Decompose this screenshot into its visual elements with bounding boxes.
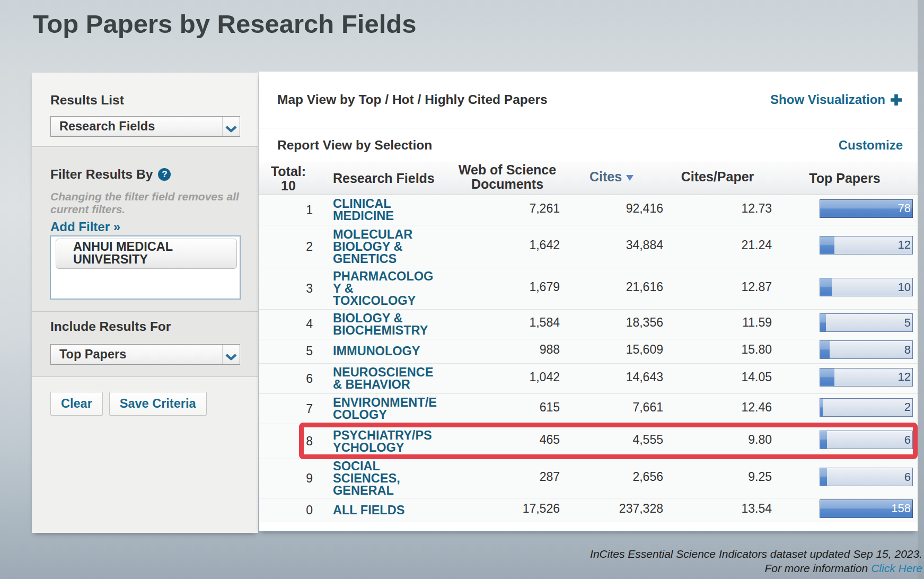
cites-cell: 34,884: [560, 238, 663, 252]
wos-documents-cell: 615: [455, 400, 560, 415]
top-papers-cell: 8: [772, 342, 918, 361]
top-papers-cell: 2: [772, 400, 918, 418]
top-papers-cell: 158: [772, 501, 918, 520]
cites-cell: 92,416: [560, 201, 663, 216]
clear-button[interactable]: Clear: [50, 392, 103, 416]
field-link[interactable]: ENVIRONMENT/E COLOGY: [333, 393, 437, 424]
click-here-link[interactable]: Click Here: [871, 562, 922, 574]
include-results-selected-value: Top Papers: [51, 347, 222, 362]
top-papers-value: 6: [904, 431, 911, 449]
main-panel: Map View by Top / Hot / Highly Cited Pap…: [259, 72, 918, 531]
top-papers-value: 78: [898, 200, 911, 217]
column-header-cites[interactable]: Cites: [560, 169, 663, 185]
field-link[interactable]: PHARMACOLOG Y & TOXICOLOGY: [333, 267, 433, 310]
table-header-row: Total:10 Research Fields Web of Science …: [259, 162, 918, 195]
rank-cell: 0: [259, 503, 313, 517]
top-papers-cell: 12: [772, 370, 918, 388]
top-papers-bar: 6: [820, 431, 913, 449]
cites-per-paper-cell: 21.24: [663, 238, 772, 252]
top-papers-bar-fill: [820, 314, 826, 331]
top-papers-bar-fill: [820, 468, 827, 486]
field-link[interactable]: PSYCHIATRY/PS YCHOLOGY: [333, 426, 432, 457]
scrollbar-track[interactable]: [918, 0, 924, 579]
footer-dataset-note: InCites Essential Science Indicators dat…: [590, 547, 922, 561]
cites-per-paper-cell: 12.46: [663, 400, 772, 415]
top-papers-bar: 10: [820, 278, 913, 296]
field-link[interactable]: BIOLOGY & BIOCHEMISTRY: [333, 309, 428, 340]
field-link[interactable]: IMMUNOLOGY: [333, 342, 420, 361]
wos-documents-cell: 465: [455, 433, 560, 447]
wos-documents-cell: 1,042: [455, 370, 560, 384]
cites-cell: 2,656: [560, 470, 663, 484]
cites-cell: 18,356: [560, 315, 663, 330]
field-link[interactable]: NEUROSCIENCE & BEHAVIOR: [333, 363, 433, 394]
plus-icon: [890, 94, 902, 106]
field-link[interactable]: SOCIAL SCIENCES, GENERAL: [333, 457, 400, 500]
rank-cell: 2: [259, 240, 313, 254]
include-results-section: Include Results For Top Papers: [32, 311, 258, 376]
include-results-select[interactable]: Top Papers: [50, 344, 240, 365]
table-body: 1CLINICAL MEDICINE7,26192,41612.73782MOL…: [259, 195, 918, 522]
show-visualization-link[interactable]: Show Visualization: [770, 92, 902, 107]
top-papers-value: 6: [904, 468, 911, 486]
wos-documents-cell: 1,679: [455, 280, 560, 294]
rank-cell: 9: [259, 471, 313, 486]
top-papers-value: 8: [904, 341, 911, 358]
column-header-cites-per-paper[interactable]: Cites/Paper: [663, 170, 772, 184]
include-results-heading: Include Results For: [50, 319, 240, 334]
wos-documents-cell: 7,261: [455, 201, 560, 216]
table-row-rank-7: 7ENVIRONMENT/E COLOGY6157,66112.462: [259, 394, 918, 424]
top-papers-bar-fill: [820, 399, 823, 416]
field-link[interactable]: CLINICAL MEDICINE: [333, 195, 394, 225]
top-papers-bar: 78: [820, 199, 913, 218]
results-list-select[interactable]: Research Fields: [50, 116, 240, 137]
cites-per-paper-cell: 14.05: [663, 370, 772, 384]
top-papers-bar: 5: [820, 313, 913, 332]
top-papers-cell: 10: [772, 279, 918, 298]
wos-documents-cell: 287: [455, 470, 560, 484]
filter-listbox[interactable]: ANHUI MEDICAL UNIVERSITY: [50, 235, 241, 300]
sidebar: Results List Research Fields Filter Resu…: [32, 73, 258, 533]
rank-cell: 5: [259, 344, 313, 358]
rank-cell: 4: [259, 317, 313, 331]
top-papers-bar-fill: [820, 278, 832, 296]
cites-cell: 7,661: [560, 400, 663, 415]
filter-selected-item[interactable]: ANHUI MEDICAL UNIVERSITY: [56, 239, 237, 269]
column-header-total: Total:10: [259, 164, 313, 193]
add-filter-link[interactable]: Add Filter »: [50, 220, 240, 234]
select-arrow-area: [222, 345, 240, 364]
top-papers-bar: 158: [820, 499, 913, 518]
field-cell: ENVIRONMENT/E COLOGY: [313, 393, 455, 424]
top-papers-cell: 6: [772, 469, 918, 488]
column-header-research-fields[interactable]: Research Fields: [313, 171, 455, 186]
wos-documents-cell: 1,642: [455, 238, 560, 252]
filter-section: Filter Results By ? Changing the filter …: [32, 146, 258, 311]
field-cell: NEUROSCIENCE & BEHAVIOR: [313, 363, 455, 394]
column-header-wos-documents[interactable]: Web of Science Documents: [455, 163, 560, 191]
top-papers-bar: 12: [820, 236, 913, 255]
top-papers-cell: 6: [772, 432, 918, 451]
help-icon[interactable]: ?: [158, 168, 171, 181]
filter-heading: Filter Results By: [50, 167, 153, 182]
field-link[interactable]: ALL FIELDS: [333, 501, 404, 520]
rank-cell: 6: [259, 372, 313, 386]
table-row-rank-4: 4BIOLOGY & BIOCHEMISTRY1,58418,35611.595: [259, 310, 918, 339]
cites-per-paper-cell: 9.80: [663, 433, 772, 447]
field-cell: BIOLOGY & BIOCHEMISTRY: [313, 309, 455, 340]
top-papers-bar-fill: [820, 369, 834, 386]
page-title: Top Papers by Research Fields: [33, 9, 416, 39]
cites-cell: 14,643: [560, 370, 663, 384]
cites-per-paper-cell: 11.59: [663, 315, 772, 330]
save-criteria-button[interactable]: Save Criteria: [109, 392, 207, 416]
column-header-top-papers[interactable]: Top Papers: [772, 171, 918, 186]
rank-cell: 7: [259, 402, 313, 416]
field-cell: ALL FIELDS: [313, 501, 455, 520]
customize-link[interactable]: Customize: [839, 138, 903, 153]
cites-cell: 4,555: [560, 433, 663, 447]
top-papers-bar: 8: [820, 340, 913, 359]
top-papers-cell: 12: [772, 238, 918, 256]
top-papers-bar-fill: [820, 341, 830, 358]
top-papers-value: 5: [904, 314, 911, 331]
field-link[interactable]: MOLECULAR BIOLOGY & GENETICS: [333, 225, 412, 268]
top-papers-value: 12: [898, 236, 911, 254]
